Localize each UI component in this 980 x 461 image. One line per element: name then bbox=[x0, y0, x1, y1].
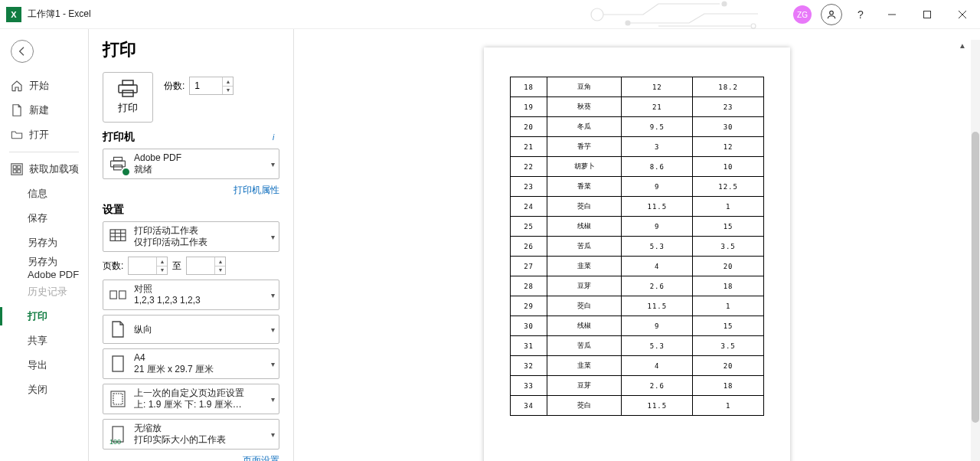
print-preview-area: ▲ 18豆角1218.219秋葵212320冬瓜9.53021香芋31222胡萝… bbox=[294, 29, 980, 461]
table-row: 26苦瓜5.33.5 bbox=[511, 237, 764, 257]
table-row: 33豆芽2.618 bbox=[511, 376, 764, 396]
sidebar-item-addins[interactable]: 获取加载项 bbox=[0, 157, 88, 181]
printer-properties-link[interactable]: 打印机属性 bbox=[234, 185, 279, 195]
table-cell: 12.5 bbox=[693, 177, 764, 197]
addins-icon bbox=[11, 163, 23, 175]
sidebar-item-new[interactable]: 新建 bbox=[0, 98, 88, 123]
sidebar-item-close[interactable]: 关闭 bbox=[0, 378, 88, 402]
scale-100-icon: 100 bbox=[108, 424, 128, 444]
svg-rect-17 bbox=[114, 157, 122, 161]
copies-input[interactable] bbox=[190, 77, 220, 94]
sidebar-item-label: 打印 bbox=[28, 309, 47, 323]
page-from-spinner[interactable]: ▲▼ bbox=[128, 257, 168, 275]
copies-spinner[interactable]: ▲▼ bbox=[189, 77, 234, 95]
table-cell: 茭白 bbox=[547, 197, 622, 217]
table-cell: 茭白 bbox=[547, 396, 622, 416]
preview-table: 18豆角1218.219秋葵212320冬瓜9.53021香芋31222胡萝卜8… bbox=[510, 77, 764, 416]
user-avatar[interactable]: ZG bbox=[793, 5, 812, 24]
page-from-input[interactable] bbox=[129, 257, 159, 274]
info-icon[interactable]: i bbox=[267, 131, 279, 143]
minimize-button[interactable] bbox=[874, 0, 910, 29]
printer-selector[interactable]: Adobe PDF 就绪 ▾ bbox=[103, 149, 279, 179]
chevron-down-icon: ▾ bbox=[271, 360, 275, 368]
copies-down[interactable]: ▼ bbox=[223, 87, 233, 95]
account-manager-button[interactable] bbox=[821, 4, 842, 25]
page-to-spinner[interactable]: ▲▼ bbox=[186, 257, 226, 275]
sidebar-item-info[interactable]: 信息 bbox=[0, 181, 88, 206]
paper-size-selector[interactable]: A4 21 厘米 x 29.7 厘米 ▾ bbox=[103, 348, 279, 379]
table-cell: 5.3 bbox=[622, 237, 693, 257]
page-to-input[interactable] bbox=[187, 257, 217, 274]
table-cell: 韭菜 bbox=[547, 257, 622, 276]
copies-up[interactable]: ▲ bbox=[223, 77, 233, 87]
table-cell: 香芋 bbox=[547, 137, 622, 157]
svg-rect-19 bbox=[114, 165, 122, 170]
sidebar-item-label: 打开 bbox=[29, 128, 49, 142]
preview-scroll-thumb[interactable] bbox=[972, 132, 979, 423]
sidebar-item-share[interactable]: 共享 bbox=[0, 329, 88, 353]
settings-section-title: 设置 bbox=[103, 203, 279, 217]
sidebar-item-label: 保存 bbox=[28, 211, 47, 225]
sidebar-item-label: 新建 bbox=[29, 103, 49, 117]
collate-icon bbox=[108, 285, 128, 305]
svg-rect-15 bbox=[119, 85, 137, 93]
table-cell: 9 bbox=[622, 217, 693, 237]
sidebar-item-open[interactable]: 打开 bbox=[0, 123, 88, 147]
sidebar-item-label: 导出 bbox=[28, 358, 47, 372]
svg-rect-14 bbox=[122, 80, 133, 85]
svg-rect-29 bbox=[113, 394, 122, 404]
sidebar-item-home[interactable]: 开始 bbox=[0, 74, 88, 98]
sidebar-item-export[interactable]: 导出 bbox=[0, 353, 88, 378]
sidebar-item-label: 另存为 bbox=[28, 236, 57, 250]
print-what-selector[interactable]: 打印活动工作表 仅打印活动工作表 ▾ bbox=[103, 221, 279, 252]
sidebar-item-label: 获取加载项 bbox=[29, 162, 79, 176]
table-cell: 11.5 bbox=[622, 296, 693, 316]
table-cell: 18 bbox=[693, 376, 764, 396]
svg-rect-13 bbox=[18, 170, 21, 173]
table-cell: 18 bbox=[693, 276, 764, 296]
scaling-selector[interactable]: 100 无缩放 打印实际大小的工作表 ▾ bbox=[103, 419, 279, 450]
table-cell: 8.6 bbox=[622, 157, 693, 177]
table-cell: 31 bbox=[511, 336, 547, 356]
chevron-down-icon: ▾ bbox=[271, 395, 275, 404]
preview-scrollbar[interactable] bbox=[971, 40, 980, 461]
orientation-selector[interactable]: 纵向 ▾ bbox=[103, 315, 279, 344]
chevron-down-icon: ▾ bbox=[271, 430, 275, 439]
table-cell: 1 bbox=[693, 197, 764, 217]
chevron-down-icon: ▾ bbox=[271, 233, 275, 241]
table-cell: 33 bbox=[511, 376, 547, 396]
sheets-icon bbox=[108, 227, 128, 247]
printer-name: Adobe PDF bbox=[134, 152, 181, 164]
table-cell: 15 bbox=[693, 316, 764, 336]
sidebar-item-label: 另存为 Adobe PDF bbox=[28, 255, 88, 280]
sidebar-item-saveaspdf[interactable]: 另存为 Adobe PDF bbox=[0, 255, 88, 280]
page-setup-link[interactable]: 页面设置 bbox=[243, 455, 279, 461]
help-button[interactable]: ? bbox=[847, 1, 874, 28]
scroll-up-icon[interactable]: ▲ bbox=[959, 41, 966, 50]
decorative-lines bbox=[582, 0, 781, 29]
table-cell: 苦瓜 bbox=[547, 336, 622, 356]
table-cell: 32 bbox=[511, 356, 547, 376]
home-icon bbox=[11, 80, 23, 92]
svg-point-2 bbox=[626, 21, 630, 25]
close-button[interactable] bbox=[945, 0, 980, 29]
page-title: 打印 bbox=[103, 38, 279, 61]
collate-selector[interactable]: 对照 1,2,3 1,2,3 1,2,3 ▾ bbox=[103, 280, 279, 310]
svg-rect-27 bbox=[113, 356, 123, 371]
table-cell: 苦瓜 bbox=[547, 237, 622, 257]
maximize-button[interactable] bbox=[910, 0, 945, 29]
table-cell: 1 bbox=[693, 396, 764, 416]
pages-label: 页数: bbox=[103, 260, 123, 273]
print-button[interactable]: 打印 bbox=[103, 72, 153, 123]
back-button[interactable] bbox=[11, 40, 34, 63]
chevron-down-icon: ▾ bbox=[271, 325, 275, 334]
table-cell: 20 bbox=[693, 257, 764, 276]
table-row: 28豆芽2.618 bbox=[511, 276, 764, 296]
sidebar-item-saveas[interactable]: 另存为 bbox=[0, 230, 88, 255]
page-range-row: 页数: ▲▼ 至 ▲▼ bbox=[103, 257, 279, 275]
margins-selector[interactable]: 上一次的自定义页边距设置 上: 1.9 厘米 下: 1.9 厘米… ▾ bbox=[103, 384, 279, 414]
sidebar-item-print[interactable]: 打印 bbox=[0, 304, 88, 329]
pages-to-label: 至 bbox=[172, 260, 181, 273]
sidebar-item-save[interactable]: 保存 bbox=[0, 206, 88, 230]
table-cell: 12 bbox=[622, 77, 693, 97]
